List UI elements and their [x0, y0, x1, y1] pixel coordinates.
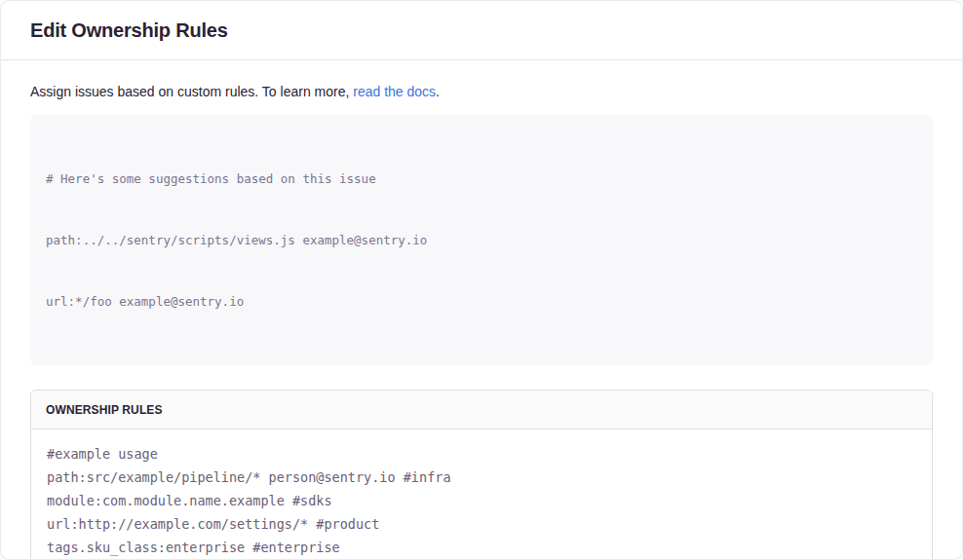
modal-title: Edit Ownership Rules	[30, 19, 228, 42]
modal-header: Edit Ownership Rules	[1, 1, 962, 60]
description-before-link: Assign issues based on custom rules. To …	[30, 84, 353, 99]
suggestion-line: path:../../sentry/scripts/views.js examp…	[46, 230, 917, 250]
suggestions-code-block: # Here's some suggestions based on this …	[30, 115, 933, 365]
modal-body: Assign issues based on custom rules. To …	[1, 60, 962, 560]
ownership-rules-textarea[interactable]: #example usage path:src/example/pipeline…	[31, 429, 932, 560]
ownership-rules-panel: OWNERSHIP RULES #example usage path:src/…	[30, 390, 933, 560]
ownership-rules-panel-header: OWNERSHIP RULES	[31, 391, 932, 429]
suggestion-line: # Here's some suggestions based on this …	[46, 168, 917, 189]
suggestion-line: url:*/foo example@sentry.io	[46, 291, 917, 312]
edit-ownership-rules-modal: Edit Ownership Rules Assign issues based…	[0, 0, 963, 560]
description-text: Assign issues based on custom rules. To …	[30, 84, 933, 100]
description-after-link: .	[436, 84, 440, 99]
read-the-docs-link[interactable]: read the docs	[353, 84, 436, 99]
